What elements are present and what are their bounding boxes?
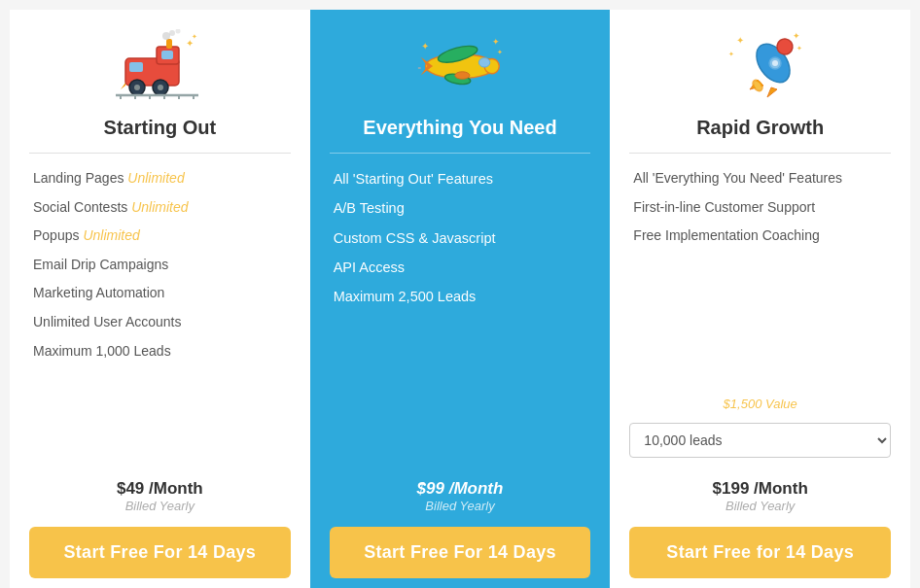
leads-dropdown[interactable]: 10,000 leads 25,000 leads 50,000 leads 1…	[629, 423, 891, 458]
svg-rect-2	[161, 51, 173, 59]
feature-item: Custom CSS & Javascript	[334, 228, 587, 248]
feature-item: Unlimited User Accounts	[33, 313, 287, 332]
divider-everything	[330, 153, 591, 154]
svg-point-36	[772, 60, 778, 66]
svg-point-28	[455, 72, 470, 80]
svg-text:✦: ✦	[796, 45, 802, 52]
features-everything: All 'Starting Out' Features A/B Testing …	[330, 169, 591, 464]
feature-item: Marketing Automation	[33, 284, 287, 303]
feature-item: Free Implementation Coaching	[633, 226, 887, 246]
svg-text:✦: ✦	[793, 31, 800, 41]
svg-text:✦: ✦	[497, 49, 503, 55]
value-note: $1,500 Value	[724, 397, 797, 411]
feature-item: A/B Testing	[334, 198, 587, 218]
plan-title-everything: Everything You Need	[363, 117, 556, 139]
billed-rapid-growth: Billed Yearly	[713, 499, 808, 513]
divider-rapid-growth	[629, 153, 891, 154]
price-everything: $99 /Month	[417, 479, 504, 499]
svg-text:✦: ✦	[736, 35, 744, 46]
rocket-icon: ✦ ✦ ✦ ✦	[717, 29, 804, 107]
svg-point-7	[158, 85, 163, 90]
feature-item: Popups Unlimited	[33, 226, 287, 246]
svg-point-9	[162, 32, 170, 40]
feature-item: All 'Everything You Need' Features	[633, 169, 887, 189]
features-rapid-growth: All 'Everything You Need' Features First…	[629, 169, 891, 400]
billed-everything: Billed Yearly	[417, 499, 504, 513]
feature-item: Maximum 1,000 Leads	[33, 342, 287, 362]
pricing-area-starting-out: $49 /Month Billed Yearly	[117, 479, 203, 513]
svg-rect-3	[129, 62, 143, 72]
pricing-area-rapid-growth: $199 /Month Billed Yearly	[713, 479, 808, 513]
price-starting-out: $49 /Month	[117, 479, 203, 499]
billed-starting-out: Billed Yearly	[117, 499, 203, 513]
feature-unlimited: Unlimited	[127, 170, 184, 186]
svg-rect-8	[166, 39, 172, 49]
plan-rapid-growth: ✦ ✦ ✦ ✦ Rapid Growth All 'Everything You…	[610, 10, 910, 588]
pricing-container: ✦ ✦ Starting Out Landing Pages Unlimited…	[10, 10, 910, 588]
features-starting-out: Landing Pages Unlimited Social Contests …	[29, 169, 291, 464]
feature-unlimited: Unlimited	[83, 227, 139, 243]
feature-unlimited: Unlimited	[131, 199, 188, 215]
plan-title-rapid-growth: Rapid Growth	[696, 117, 824, 139]
feature-item: Social Contests Unlimited	[33, 198, 287, 218]
feature-item: API Access	[334, 258, 587, 277]
svg-point-27	[478, 58, 489, 67]
feature-item: Maximum 2,500 Leads	[334, 287, 587, 306]
svg-marker-14	[121, 83, 125, 89]
svg-marker-38	[767, 87, 777, 97]
feature-item: First-in-line Customer Support	[633, 198, 887, 218]
svg-text:✦: ✦	[728, 51, 734, 57]
svg-point-11	[176, 29, 181, 34]
plane-icon: ✦ ✦ ✦	[416, 29, 504, 107]
svg-point-10	[169, 30, 175, 36]
svg-point-5	[134, 85, 140, 90]
pricing-area-everything: $99 /Month Billed Yearly	[417, 479, 504, 513]
train-icon: ✦ ✦	[116, 29, 203, 107]
plan-everything-you-need: ✦ ✦ ✦ Everything You Need All 'Starting …	[310, 10, 611, 588]
divider-starting-out	[29, 153, 291, 154]
cta-everything[interactable]: Start Free For 14 Days	[330, 527, 591, 578]
plan-title-starting-out: Starting Out	[104, 117, 217, 139]
cta-starting-out[interactable]: Start Free For 14 Days	[29, 527, 291, 578]
svg-text:✦: ✦	[192, 33, 197, 40]
svg-text:✦: ✦	[492, 37, 500, 47]
cta-rapid-growth[interactable]: Start Free for 14 Days	[629, 527, 891, 578]
svg-text:✦: ✦	[421, 41, 429, 52]
feature-item: Email Drip Campaigns	[33, 256, 287, 275]
price-rapid-growth: $199 /Month	[713, 479, 808, 499]
plan-starting-out: ✦ ✦ Starting Out Landing Pages Unlimited…	[10, 10, 310, 588]
feature-item: All 'Starting Out' Features	[334, 169, 587, 189]
feature-item: Landing Pages Unlimited	[33, 169, 287, 189]
